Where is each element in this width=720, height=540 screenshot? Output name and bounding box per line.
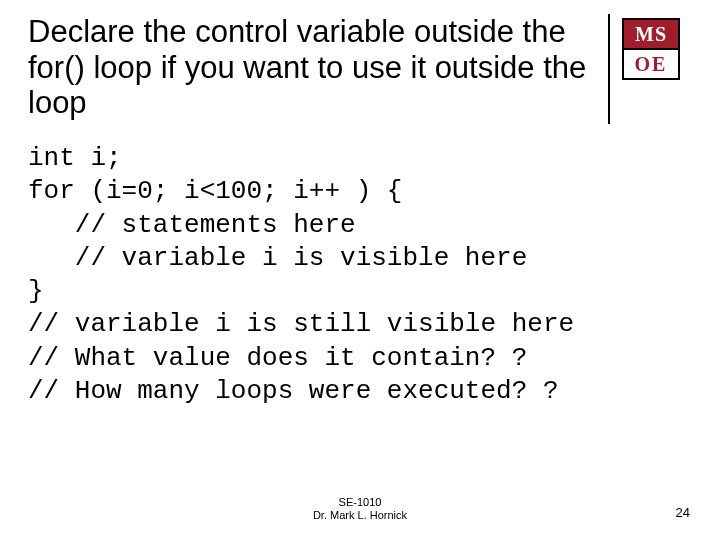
footer-course: SE-1010 [339,496,382,508]
footer-author: Dr. Mark L. Hornick [0,509,720,522]
code-line-6: // variable i is still visible here [28,309,574,339]
slide: Declare the control variable outside the… [0,0,720,540]
logo-top-text: MS [622,18,680,49]
logo: MS OE [610,14,692,80]
page-number: 24 [676,505,690,520]
code-line-8: // How many loops were executed? ? [28,376,559,406]
footer: SE-1010 Dr. Mark L. Hornick [0,496,720,522]
msoe-logo-icon: MS OE [622,18,680,80]
title-text: Declare the control variable outside the… [28,14,598,121]
title-row: Declare the control variable outside the… [28,14,692,124]
code-line-5: } [28,276,44,306]
code-line-3: // statements here [28,210,356,240]
code-line-1: int i; [28,143,122,173]
code-line-2: for (i=0; i<100; i++ ) { [28,176,402,206]
code-line-4: // variable i is visible here [28,243,527,273]
code-block: int i; for (i=0; i<100; i++ ) { // state… [28,142,692,408]
logo-bottom-text: OE [622,49,680,80]
code-line-7: // What value does it contain? ? [28,343,527,373]
slide-title: Declare the control variable outside the… [28,14,610,124]
